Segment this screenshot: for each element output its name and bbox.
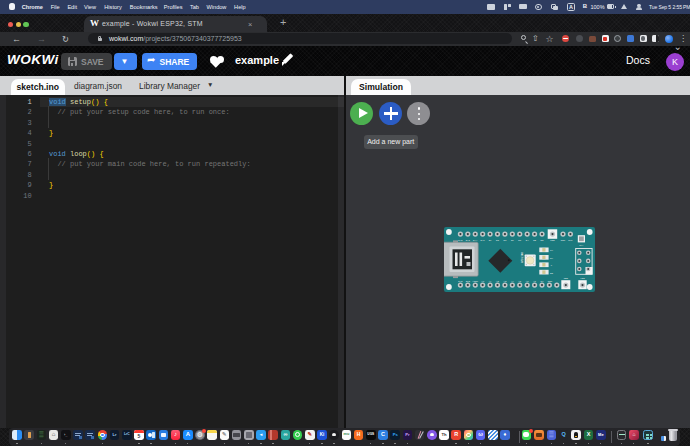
svg-text:D13: D13 [458, 238, 463, 241]
svg-text:RST: RST [561, 238, 566, 241]
svg-text:D10: D10 [481, 238, 486, 241]
svg-text:D12: D12 [466, 238, 471, 241]
svg-text:D13: D13 [458, 279, 463, 282]
svg-text:RX0: RX0 [568, 238, 573, 241]
svg-text:GND: GND [564, 277, 569, 280]
svg-text:D11: D11 [473, 238, 478, 241]
svg-text:TX1: TX1 [579, 244, 584, 247]
svg-text:RST: RST [548, 279, 553, 282]
svg-text:AREF: AREF [472, 279, 478, 282]
svg-text:ARDUINO: ARDUINO [521, 251, 524, 262]
svg-text:GND: GND [550, 238, 555, 241]
svg-text:3V3: 3V3 [466, 279, 471, 282]
svg-text:VIN: VIN [580, 277, 585, 280]
